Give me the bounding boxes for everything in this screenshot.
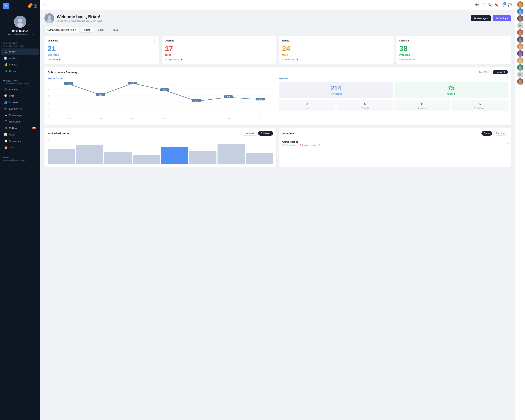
- right-avatar-8[interactable]: [517, 57, 524, 64]
- project-selector[interactable]: ACME Corp. Backend App ▾: [45, 27, 79, 33]
- hamburger-menu[interactable]: ☰: [44, 3, 47, 7]
- sidebar-item-ecommerce[interactable]: 🛒 ECommerce ›: [1, 105, 39, 112]
- sidebar-item-project[interactable]: ☑ Project: [1, 48, 39, 55]
- task-this-week-button[interactable]: This Week: [258, 131, 273, 136]
- task-dist-max: 40: [47, 139, 273, 140]
- right-avatar-7[interactable]: [517, 50, 524, 57]
- right-avatar-9[interactable]: [517, 64, 524, 71]
- sidebar-item-crypto[interactable]: 💲 Crypto: [1, 68, 39, 74]
- sidebar-item-academy[interactable]: 🎓 Academy: [1, 86, 39, 93]
- chat-icon: 💬: [4, 94, 7, 97]
- project-label: ACME Corp. Backend App: [47, 28, 74, 31]
- clock-icon: 🕐: [282, 144, 285, 146]
- sidebar-item-label: Academy: [9, 88, 36, 91]
- sidebar-item-filemanager[interactable]: ☁ File Manager: [1, 112, 39, 118]
- triage-label: Needs Triage: [454, 107, 506, 109]
- right-avatar-m2[interactable]: M: [517, 71, 524, 78]
- flag-icon[interactable]: 🇺🇸: [475, 3, 479, 7]
- right-avatar-6[interactable]: [517, 43, 524, 50]
- overdue-card-header: Overdue ⋮: [165, 39, 273, 42]
- sidebar-item-tasks[interactable]: ⏰ Tasks: [1, 144, 39, 151]
- right-sidebar: M M: [515, 0, 525, 420]
- schedule-item-arrow[interactable]: ›: [507, 142, 508, 145]
- overdue-card: Overdue ⋮ 17 Tasks From yesterday: 9: [162, 36, 276, 64]
- sidebar-item-mailbox[interactable]: ✉ Mailbox 27: [1, 125, 39, 131]
- features-menu-icon[interactable]: ⋮: [505, 39, 508, 42]
- overdue-menu-icon[interactable]: ⋮: [270, 39, 273, 42]
- day-label-mon: Mon: [53, 117, 85, 122]
- tab-home[interactable]: Home: [81, 27, 94, 32]
- svg-point-46: [519, 59, 522, 61]
- sidebar-item-label: Scrumboard: [9, 140, 36, 142]
- right-avatar-3[interactable]: [517, 15, 524, 22]
- arrow-icon: ›: [36, 108, 36, 110]
- features-number: 38: [399, 45, 508, 53]
- svg-point-26: [518, 5, 522, 8]
- sidebar-item-label: Mailbox: [9, 127, 30, 130]
- search-icon[interactable]: 🔍: [488, 3, 492, 7]
- sidebar-item-analytics[interactable]: 📊 Analytics: [1, 55, 39, 61]
- sidebar-item-label: Crypto: [9, 70, 36, 73]
- schedule-item-title: Group Meeting: [282, 140, 320, 143]
- td-bar-3: [104, 152, 131, 164]
- tab-budget[interactable]: Budget: [94, 27, 109, 32]
- schedule-title: Schedule: [282, 132, 294, 135]
- dashboards-section: DASHBOARDS Unique dashboard designs ☑ Pr…: [0, 39, 40, 76]
- svg-point-40: [519, 45, 522, 47]
- svg-point-2: [17, 23, 23, 27]
- welcome-text: Welcome back, Brian! 🔔 You have 2 new me…: [57, 14, 102, 22]
- task-last-week-button[interactable]: Last Week: [242, 131, 257, 136]
- right-avatar-10[interactable]: [517, 78, 524, 85]
- right-avatar-2[interactable]: [517, 8, 524, 15]
- fixed-number: 3: [281, 102, 333, 106]
- today-button[interactable]: Today: [481, 131, 492, 136]
- last-week-button[interactable]: Last Week: [477, 70, 492, 74]
- fixed-card: 3 Fixed: [279, 100, 335, 111]
- github-week-toggle: Last Week This Week: [477, 70, 508, 74]
- sidebar-item-chat[interactable]: 💬 Chat: [1, 93, 39, 99]
- issues-card: Issues ⋮ 24 Open Closed today: 19: [279, 36, 394, 64]
- notification-bell[interactable]: 🔔 3: [28, 4, 31, 8]
- overview-area: Overview 214 New Issues 75 Closed: [279, 77, 508, 122]
- sidebar-item-contacts[interactable]: 👥 Contacts: [1, 99, 39, 105]
- github-header: Github Issues Summary Last Week This Wee…: [47, 70, 508, 74]
- messages-button[interactable]: ✉ Messages: [471, 15, 491, 21]
- settings-button[interactable]: ⚙ Settings: [493, 15, 511, 21]
- this-week-button[interactable]: This Week: [493, 70, 508, 74]
- mailbox-badge: 27: [32, 127, 36, 129]
- right-avatar-4[interactable]: [517, 29, 524, 36]
- fullscreen-icon[interactable]: ⛶: [482, 3, 485, 7]
- svg-point-47: [518, 61, 522, 64]
- closed-label: Closed: [397, 93, 505, 95]
- sidebar-header: ◇ 🔔 3 👤: [0, 0, 40, 12]
- welcome-avatar: [45, 13, 54, 23]
- right-avatar-5[interactable]: [517, 37, 524, 43]
- issues-menu-icon[interactable]: ⋮: [388, 39, 391, 42]
- svg-point-49: [519, 66, 522, 68]
- sidebar-item-helpcenter[interactable]: ❓ Help Center ›: [1, 119, 39, 125]
- tab-team[interactable]: Team: [109, 27, 122, 32]
- chart-label: New vs. Closed: [47, 77, 276, 80]
- chat-bubble-icon[interactable]: 💬: [508, 3, 512, 7]
- sidebar-item-notes[interactable]: 📝 Notes: [1, 131, 39, 138]
- sidebar-logo[interactable]: ◇: [3, 3, 9, 9]
- bookmark-icon[interactable]: 🔖: [495, 3, 498, 7]
- summary-menu-icon[interactable]: ⋮: [153, 39, 156, 42]
- topbar-right: 🇺🇸 ⛶ 🔍 🔖 🛒 5 💬: [475, 3, 512, 7]
- overdue-title: Overdue: [165, 39, 174, 42]
- cart-icon[interactable]: 🛒 5: [501, 3, 505, 7]
- sidebar-item-finance[interactable]: 💰 Finance: [1, 61, 39, 68]
- reopened-label: Re-opened: [396, 107, 448, 109]
- right-avatar-m1[interactable]: M: [517, 22, 524, 29]
- tomorrow-button[interactable]: Tomorrow: [493, 131, 508, 136]
- svg-text:42: 42: [67, 83, 71, 85]
- sidebar-item-scrumboard[interactable]: 📋 Scrumboard: [1, 138, 39, 144]
- right-avatar-1[interactable]: [517, 1, 524, 8]
- svg-point-4: [47, 15, 51, 19]
- pages-label: PAGES: [0, 155, 40, 159]
- user-name: Brian Hughes: [3, 29, 38, 32]
- sidebar-item-label: Notes: [9, 133, 36, 136]
- svg-point-29: [518, 12, 522, 15]
- svg-text:20: 20: [195, 100, 198, 102]
- user-circle-icon[interactable]: 👤: [34, 4, 38, 8]
